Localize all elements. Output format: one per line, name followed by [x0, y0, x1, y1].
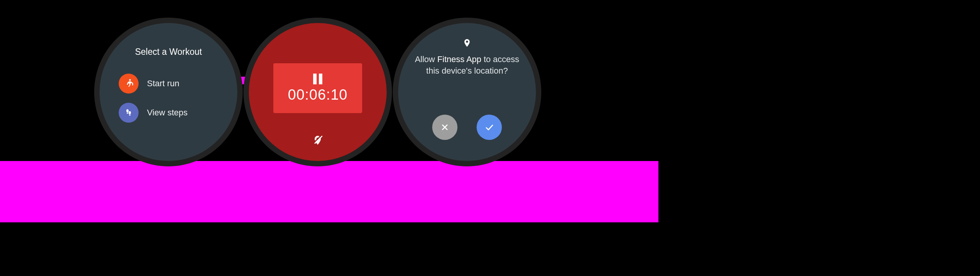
- location-pin-icon: [462, 38, 472, 48]
- elapsed-time: 00:06:10: [288, 87, 348, 103]
- svg-point-3: [129, 111, 131, 114]
- permission-actions: [398, 115, 536, 140]
- steps-icon: [119, 103, 139, 123]
- workout-item-start-run[interactable]: Start run: [119, 69, 230, 98]
- permission-prompt: Allow Fitness App to access this device'…: [413, 54, 521, 76]
- allow-button[interactable]: [477, 115, 502, 140]
- svg-point-2: [127, 112, 128, 113]
- close-icon: [440, 123, 449, 132]
- prompt-prefix: Allow: [415, 54, 438, 64]
- location-off-icon[interactable]: [312, 135, 323, 146]
- canvas: Select a Workout Start run: [0, 0, 980, 276]
- watch-active-workout: 00:06:10: [249, 23, 387, 161]
- watch-select-workout: Select a Workout Start run: [100, 23, 237, 161]
- check-icon: [484, 122, 494, 132]
- watch-row: Select a Workout Start run: [100, 23, 536, 161]
- prompt-app-name: Fitness App: [437, 54, 481, 64]
- svg-point-4: [129, 114, 131, 115]
- svg-point-1: [126, 109, 129, 112]
- workout-item-label: View steps: [147, 108, 188, 118]
- workout-list: Start run View steps: [119, 69, 230, 127]
- svg-point-0: [129, 79, 131, 81]
- deny-button[interactable]: [432, 115, 457, 140]
- workout-item-view-steps[interactable]: View steps: [119, 98, 230, 127]
- annotation-bar: [0, 161, 658, 222]
- pause-icon: [313, 74, 322, 84]
- workout-item-label: Start run: [147, 79, 179, 89]
- watch-permission-dialog: Allow Fitness App to access this device'…: [398, 23, 536, 161]
- timer-card[interactable]: 00:06:10: [273, 63, 362, 113]
- run-icon: [119, 74, 139, 94]
- screen-title: Select a Workout: [100, 47, 237, 57]
